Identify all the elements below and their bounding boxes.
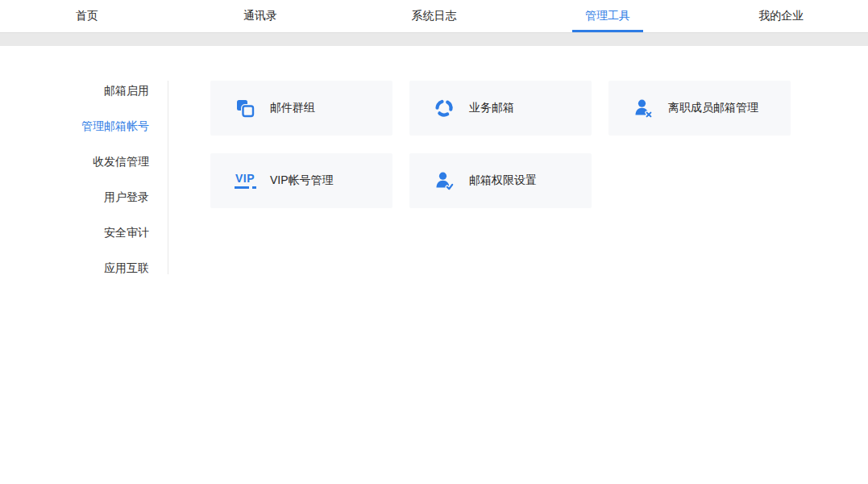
card-mail-group[interactable]: 邮件群组 [210, 81, 392, 136]
active-tab-underline [572, 30, 643, 32]
tab-home-label: 首页 [76, 9, 98, 23]
sidebar-item-manage-mail-accounts[interactable]: 管理邮箱帐号 [0, 108, 168, 144]
sidebar-item-mailbox-enable[interactable]: 邮箱启用 [0, 73, 168, 108]
sidebar: 邮箱启用 管理邮箱帐号 收发信管理 用户登录 安全审计 应用互联 [0, 73, 168, 286]
sidebar-divider [168, 81, 168, 274]
vip-icon: VIP [234, 173, 256, 189]
vip-icon-underline [235, 186, 256, 189]
tab-system-log[interactable]: 系统日志 [347, 0, 521, 32]
tab-system-log-label: 系统日志 [412, 9, 457, 23]
header-strip [0, 33, 868, 46]
departed-member-icon [632, 98, 654, 119]
card-vip-account-label: VIP帐号管理 [270, 173, 334, 188]
card-vip-account[interactable]: VIP VIP帐号管理 [210, 153, 392, 208]
business-mailbox-icon [433, 98, 455, 119]
mail-group-icon [234, 98, 256, 119]
tab-admin-tools-label: 管理工具 [585, 9, 630, 23]
card-mailbox-permission[interactable]: 邮箱权限设置 [409, 153, 592, 208]
sidebar-item-send-receive-management[interactable]: 收发信管理 [0, 144, 168, 179]
sidebar-item-security-audit[interactable]: 安全审计 [0, 215, 168, 250]
vip-icon-text: VIP [235, 173, 255, 185]
tool-cards: 邮件群组 业务邮箱 离职成员邮箱管理 VIP VIP帐号管理 [210, 81, 791, 208]
card-business-mailbox-label: 业务邮箱 [469, 101, 514, 115]
top-nav: 首页 通讯录 系统日志 管理工具 我的企业 [0, 0, 868, 33]
tab-admin-tools[interactable]: 管理工具 [521, 0, 694, 32]
card-departed-member-mailbox[interactable]: 离职成员邮箱管理 [608, 81, 791, 136]
sidebar-item-user-login[interactable]: 用户登录 [0, 179, 168, 215]
tab-contacts[interactable]: 通讯录 [173, 0, 347, 32]
mailbox-permission-icon [433, 170, 455, 191]
card-mail-group-label: 邮件群组 [270, 101, 315, 115]
card-mailbox-permission-label: 邮箱权限设置 [469, 173, 537, 188]
tab-contacts-label: 通讯录 [243, 9, 277, 23]
tab-my-enterprise[interactable]: 我的企业 [695, 0, 868, 32]
tab-my-enterprise-label: 我的企业 [758, 9, 804, 23]
tab-home[interactable]: 首页 [0, 0, 173, 32]
card-business-mailbox[interactable]: 业务邮箱 [409, 81, 592, 136]
sidebar-item-app-interconnect[interactable]: 应用互联 [0, 250, 168, 286]
card-departed-member-mailbox-label: 离职成员邮箱管理 [668, 101, 758, 115]
